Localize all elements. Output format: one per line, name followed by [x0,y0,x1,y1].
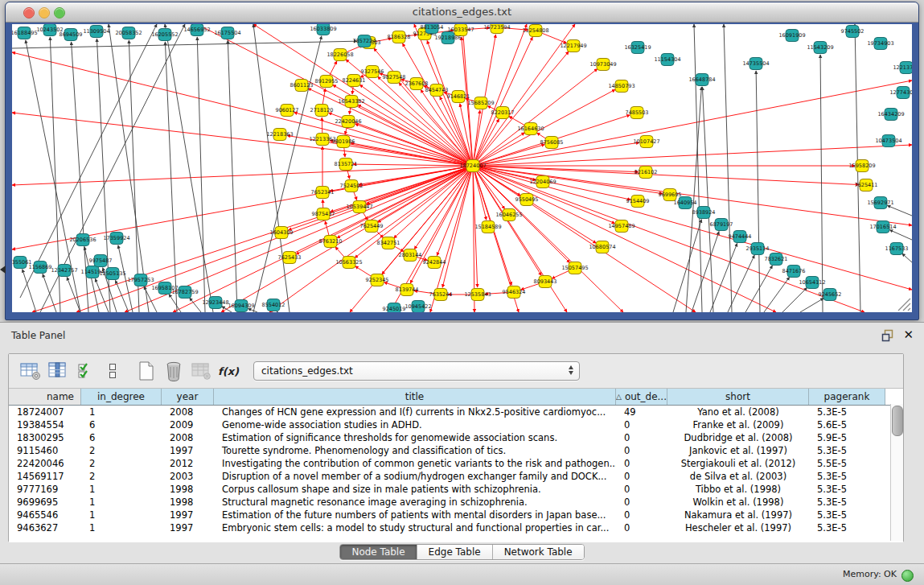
table-row[interactable]: 946362711997Embryonic stem cells: a mode… [9,521,903,534]
graph-node[interactable]: 16175504 [214,27,240,39]
close-window-button[interactable] [23,7,35,19]
graph-node[interactable]: 8912955 [315,76,339,88]
graph-node[interactable]: 20206536 [69,234,96,246]
zoom-window-button[interactable] [54,7,65,19]
table-row[interactable]: 969969511998Structural magnetic resonanc… [9,496,903,509]
graph-node[interactable]: 15692971 [867,197,893,209]
graph-node[interactable]: 12923448 [202,297,228,309]
graph-node[interactable]: 8756085 [540,137,564,149]
graph-node[interactable]: 8938924 [692,207,716,219]
graph-node[interactable]: 9060127 [276,105,299,117]
graph-node[interactable]: 14656952 [183,24,210,36]
graph-node[interactable]: 17359924 [103,233,129,245]
graph-node[interactable]: 9154409 [626,196,650,208]
graph-node[interactable]: 9474444 [729,231,752,243]
column-header-short[interactable]: short [667,389,809,405]
graph-node[interactable]: 16094309 [228,300,254,312]
graph-node[interactable]: 20058352 [115,27,142,39]
table-row[interactable]: 2242004622012Investigating the contribut… [9,457,903,470]
window-titlebar[interactable]: citations_edges.txt [6,2,918,23]
graph-node[interactable]: 8093443 [534,276,557,288]
graph-node[interactable]: 9245019 [383,303,406,313]
graph-node[interactable]: 7652341 [311,187,335,199]
graph-node[interactable]: 8186328 [388,31,411,43]
close-panel-icon[interactable]: ✕ [903,328,914,342]
graph-node[interactable]: 10473504 [875,135,901,147]
graph-node[interactable]: 14850793 [608,80,634,93]
table-row[interactable]: 1456911722003Disruption of a novel membe… [9,470,903,483]
graph-node[interactable]: 7485503 [626,107,649,119]
table-row[interactable]: 1830029562008Estimation of significance … [9,431,903,444]
graph-node[interactable]: 11154304 [654,54,680,66]
tab-node-table[interactable]: Node Table [340,545,417,559]
column-header-out-degree[interactable]: △ out_de... [616,389,667,405]
graph-node[interactable]: 10107427 [633,136,659,148]
graph-node[interactable]: 10680574 [589,241,615,253]
delete-entry-icon[interactable] [160,359,187,383]
graph-node[interactable]: 16164630 [517,123,544,135]
graph-node[interactable]: 10945422 [405,301,431,313]
graph-node[interactable]: 16543382 [338,96,364,108]
graph-node[interactable]: 10563325 [335,257,362,269]
graph-node[interactable]: 12217949 [560,40,586,52]
graph-node[interactable]: 12535843 [464,289,491,301]
graph-node[interactable]: 15184589 [474,221,501,233]
show-column-icon[interactable] [44,359,72,383]
function-builder-icon[interactable]: f(x) [215,359,242,383]
column-header-title[interactable]: title [214,389,616,405]
tab-network-table[interactable]: Network Table [493,545,584,559]
graph-node[interactable]: 9745502 [841,26,864,38]
tab-edge-table[interactable]: Edge Table [417,545,493,559]
graph-node[interactable]: 8135721 [335,159,358,171]
graph-node[interactable]: 12342757 [51,265,77,277]
graph-node[interactable]: 16325419 [624,42,651,54]
table-row[interactable]: 911546021997Tourette syndrome. Phenomeno… [9,444,903,457]
table-scrollbar[interactable] [890,404,903,541]
graph-node[interactable]: 9252345 [366,274,389,286]
graph-node[interactable]: 10973049 [589,59,616,71]
resize-grip[interactable] [898,299,910,311]
graph-node[interactable]: 16648784 [688,74,715,86]
graph-node[interactable]: 16188495 [12,27,38,39]
merge-rows-icon[interactable] [99,359,126,383]
table-browser-settings-icon[interactable] [17,359,44,383]
graph-node[interactable]: 19734903 [867,38,893,50]
graph-node[interactable]: 2718120 [310,105,334,117]
column-header-in-degree[interactable]: in_degree [81,389,162,405]
graph-node[interactable]: 14735504 [742,58,769,70]
graph-node[interactable]: 9245652 [819,289,842,301]
graph-node[interactable]: 12218363 [266,129,293,141]
table-selector[interactable]: citations_edges.txt [253,361,580,381]
graph-node[interactable]: 14957489 [608,220,634,233]
graph-node[interactable]: 11309504 [83,26,109,38]
table-row[interactable]: 977716911998Corpus callosum shape and si… [9,483,903,496]
graph-node[interactable]: 16046255 [495,209,522,221]
graph-node[interactable]: 7832621 [765,253,788,266]
graph-node[interactable]: 9975487 [89,255,113,267]
graph-node[interactable]: 16205552 [151,29,178,41]
table-scrollbar-thumb[interactable] [892,406,903,436]
minimize-window-button[interactable] [39,7,50,19]
graph-node[interactable]: 16091909 [778,30,805,42]
graph-node[interactable]: 8454743 [425,84,449,97]
column-header-pagerank[interactable]: pagerank [809,389,885,405]
graph-node[interactable]: 15723594 [483,24,510,34]
graph-node[interactable]: 15958209 [848,160,875,172]
create-table-icon[interactable] [133,359,160,383]
table-row[interactable]: 1872400712008Changes of HCN gene express… [9,406,903,418]
graph-node[interactable]: 1167533 [885,243,909,255]
graph-node[interactable]: 7524502 [340,180,363,192]
graph-node[interactable]: 2935114 [746,243,770,255]
network-canvas[interactable]: 1872400712213363271812089129551822605891… [12,24,912,312]
float-panel-icon[interactable] [881,329,895,345]
graph-node[interactable]: 17957253 [127,274,154,286]
graph-node[interactable]: 10654112 [799,277,825,289]
graph-node[interactable]: 9546324 [503,286,526,299]
graph-node[interactable]: 8139744 [396,284,419,296]
table-row[interactable]: 1938455462009Genome-wide association stu… [9,418,903,431]
select-columns-icon[interactable] [72,359,99,383]
column-header-year[interactable]: year [162,389,214,405]
graph-node[interactable]: 9242844 [423,257,446,269]
graph-node[interactable]: 7625449 [360,220,384,233]
graph-node[interactable]: 12213709 [893,62,912,74]
